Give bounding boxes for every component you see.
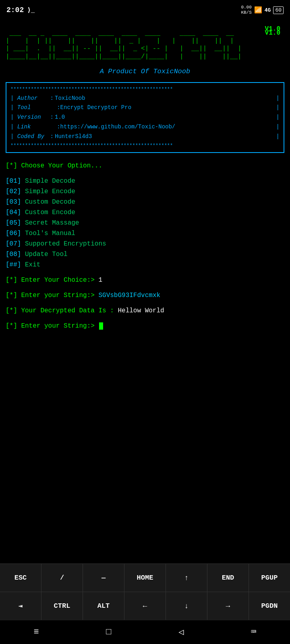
menu-label-01: Simple Decode (25, 178, 75, 185)
product-line: A Product Of ToxicNoob (6, 66, 284, 77)
stars-top: ****************************************… (10, 85, 280, 93)
info-row-link: | Link : https://www.github.com/Toxic-No… (10, 122, 280, 132)
menu-num-06: [06] (6, 230, 25, 237)
menu-label-04: Custom Encode (25, 209, 75, 216)
nav-keyboard[interactable]: ⌨ (243, 623, 264, 642)
signal-bars: 📶 (254, 6, 262, 14)
keyboard-row-1: ESC / — HOME ↑ END PGUP (0, 564, 290, 592)
menu-label-05: Secret Massage (25, 219, 79, 227)
decrypted-value: Hellow World (118, 307, 164, 314)
info-val-tool: Encrypt Decryptor Pro (60, 103, 131, 113)
menu-label-02: Simple Encode (25, 188, 75, 195)
info-sep-author: : (47, 94, 55, 103)
android-nav-bar: ≡ □ ◁ ⌨ (0, 620, 290, 644)
menu-label-06: Tool's Manual (25, 230, 75, 237)
menu-num-02: [02] (6, 188, 25, 195)
menu-num-exit: [##] (6, 261, 25, 268)
battery-icon: 60 (273, 6, 284, 14)
current-prompt: [*] Enter your String:> (6, 322, 95, 330)
decrypted-prompt: [*] Your Decrypted Data Is : (6, 307, 114, 314)
key-left[interactable]: ← (124, 592, 166, 620)
key-pgdn[interactable]: PGDN (249, 592, 290, 620)
menu-item-exit: [##] Exit (6, 260, 284, 270)
network-speed: 0.00KB/S (241, 5, 251, 15)
menu-prompt: [*] Choose Your Option... (6, 161, 284, 171)
menu-item-02: [02] Simple Encode (6, 187, 284, 196)
string-value: SGVsbG93IFdvcmxk (98, 292, 160, 299)
terminal-icon: ⟩_ (27, 6, 35, 14)
menu-item-04: [04] Custom Encode (6, 208, 284, 217)
info-box: ****************************************… (6, 82, 284, 153)
choice-value: 1 (98, 277, 102, 284)
info-key-coded: | Coded By (10, 132, 47, 142)
info-key-link: | Link (10, 122, 47, 132)
terminal-area: V1.0 ___ ___ ___ ___ ___ ___ ___ ___ |__… (0, 20, 290, 335)
info-row-author: | Author : ToxicNoob | (10, 94, 280, 103)
info-val-author: ToxicNoob (55, 94, 85, 103)
key-right[interactable]: → (207, 592, 249, 620)
info-row-coded: | Coded By : HunterSl4d3 | (10, 132, 280, 142)
key-tab[interactable]: ⇥ (0, 592, 41, 620)
string-input-line: [*] Enter your String:> SGVsbG93IFdvcmxk (6, 291, 284, 300)
info-val-version: 1.0 (55, 113, 65, 122)
menu-num-03: [03] (6, 198, 25, 206)
keyboard-row-2: ⇥ CTRL ALT ← ↓ → PGDN (0, 592, 290, 620)
info-sep-coded: : (47, 132, 55, 142)
info-sep-link: : (47, 122, 60, 132)
logo-display: V1.0 ___ __ _ ____ ____ ____ ____ ____ _… (6, 28, 284, 62)
key-pgup[interactable]: PGUP (249, 564, 290, 592)
info-key-version: | Version (10, 113, 47, 122)
menu-section: [*] Choose Your Option... [01] Simple De… (6, 161, 284, 270)
key-slash[interactable]: / (41, 564, 83, 592)
current-input-line[interactable]: [*] Enter your String:> (6, 321, 284, 331)
menu-num-05: [05] (6, 219, 25, 227)
info-row-tool: | Tool : Encrypt Decryptor Pro | (10, 103, 280, 113)
info-key-author: | Author (10, 94, 47, 103)
info-sep-version: : (47, 113, 55, 122)
menu-label-03: Custom Decode (25, 198, 75, 206)
menu-item-06: [06] Tool's Manual (6, 229, 284, 238)
key-up[interactable]: ↑ (166, 564, 207, 592)
key-alt[interactable]: ALT (83, 592, 124, 620)
menu-item-08: [08] Update Tool (6, 250, 284, 259)
key-esc[interactable]: ESC (0, 564, 41, 592)
status-bar: 2:02 ⟩_ 0.00KB/S 📶 4G 60 (0, 0, 290, 20)
menu-num-01: [01] (6, 178, 25, 185)
cursor (99, 322, 103, 330)
key-ctrl[interactable]: CTRL (41, 592, 83, 620)
nav-back[interactable]: ◁ (170, 623, 192, 642)
bottom-navigation: ESC / — HOME ↑ END PGUP ⇥ CTRL ALT ← ↓ →… (0, 564, 290, 644)
menu-num-07: [07] (6, 240, 25, 248)
menu-label-exit: Exit (25, 261, 40, 268)
key-dash[interactable]: — (83, 564, 124, 592)
info-key-tool: | Tool (10, 103, 47, 113)
stars-bottom: ****************************************… (10, 142, 280, 150)
status-time: 2:02 (6, 6, 24, 14)
network-type: 4G (265, 7, 271, 13)
menu-item-01: [01] Simple Decode (6, 176, 284, 186)
info-val-link: https://www.github.com/Toxic-Noob/ (60, 122, 176, 132)
info-val-coded: HunterSl4d3 (55, 132, 92, 142)
menu-label-08: Update Tool (25, 251, 68, 258)
menu-item-03: [03] Custom Decode (6, 197, 284, 207)
choice-prompt: [*] Enter Your Choice:> (6, 277, 95, 284)
menu-num-04: [04] (6, 209, 25, 216)
menu-item-07: [07] Supported Encryptions (6, 239, 284, 249)
key-down[interactable]: ↓ (166, 592, 207, 620)
string-prompt: [*] Enter your String:> (6, 292, 95, 299)
menu-num-08: [08] (6, 251, 25, 258)
nav-menu[interactable]: ≡ (25, 623, 47, 641)
nav-home[interactable]: □ (98, 623, 119, 641)
choice-line: [*] Enter Your Choice:> 1 (6, 275, 284, 285)
info-row-version: | Version : 1.0 | (10, 113, 280, 122)
info-sep-tool: : (47, 103, 60, 113)
status-bar-left: 2:02 ⟩_ (6, 6, 35, 14)
menu-item-05: [05] Secret Massage (6, 218, 284, 228)
status-bar-right: 0.00KB/S 📶 4G 60 (241, 5, 284, 15)
key-home[interactable]: HOME (124, 564, 166, 592)
key-end[interactable]: END (207, 564, 249, 592)
menu-label-07: Supported Encryptions (25, 240, 106, 248)
decrypted-line: [*] Your Decrypted Data Is : Hellow Worl… (6, 306, 284, 316)
